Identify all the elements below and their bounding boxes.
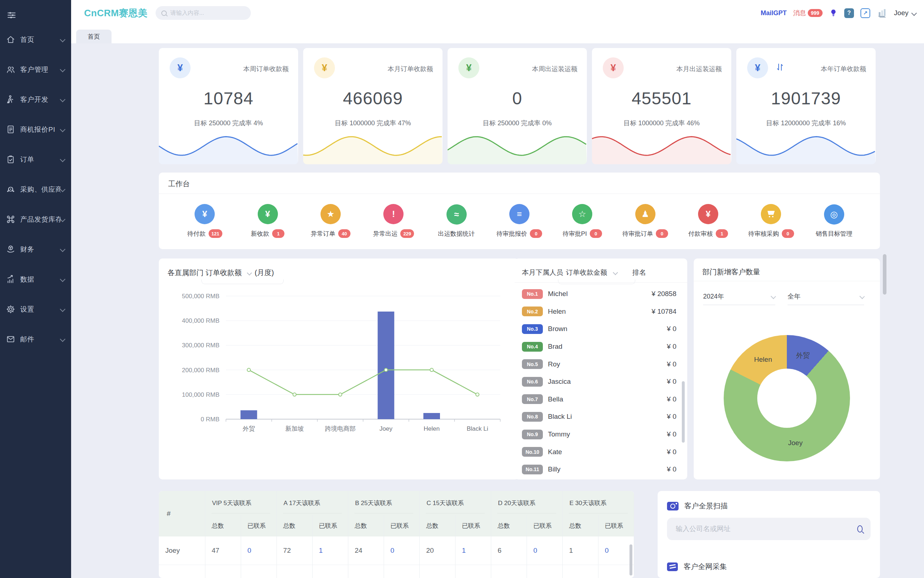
sparkline-wave <box>303 131 443 164</box>
chevron-down-icon <box>60 127 66 133</box>
scan-title: 客户全景扫描 <box>684 501 728 511</box>
chevron-down-icon <box>60 276 66 283</box>
cell-contacted-link[interactable]: 0 <box>391 547 394 554</box>
workbench-item-shipment-stats[interactable]: ≈ 出运数据统计 <box>433 205 480 238</box>
workbench-item-quotes-to-approve[interactable]: ≡ 待审批报价0 <box>496 204 543 238</box>
subheader-contacted: 已联系 <box>384 515 420 536</box>
chevron-down-icon <box>60 307 66 312</box>
workbench-item-abnormal-shipments[interactable]: ! 异常出运229 <box>370 204 417 238</box>
sidebar-item-mail[interactable]: 邮件 <box>0 324 71 354</box>
sidebar-item-customer-management[interactable]: 客户管理 <box>0 55 71 84</box>
hiker-icon <box>5 94 16 105</box>
rank-badge: No.6 <box>522 377 543 386</box>
app-logo[interactable]: CnCRM赛恩美 <box>84 7 148 19</box>
cell-contacted-link[interactable]: 1 <box>462 547 466 554</box>
group-header-vip: VIP 5天该联系 <box>205 491 277 515</box>
sidebar-item-product-shipping-inventory[interactable]: 产品发货库存 <box>0 205 71 234</box>
subheader-total: 总数 <box>277 515 312 536</box>
kpi-target: 目标 12000000 完成率 16% <box>736 119 875 127</box>
workbench-items: ¥ 待付款121 ¥ 新收款1 ★ 异常订单40 ! 异常出运229 ≈ 出运数… <box>173 198 866 244</box>
sidebar-item-label: 首页 <box>20 35 34 44</box>
mailgpt-link[interactable]: MailGPT <box>760 10 786 17</box>
sidebar-item-procurement-suppliers[interactable]: 采购、供应商 <box>0 174 71 205</box>
sidebar-item-quotation-pi[interactable]: 商机报价PI <box>0 114 71 144</box>
user-menu[interactable]: Joey <box>894 9 916 17</box>
crm-dashboard: 首页 客户管理 客户开发 商机报价PI 订单 采购、供应商 <box>0 0 924 578</box>
workbench-item-abnormal-orders[interactable]: ★ 异常订单40 <box>307 204 354 238</box>
sidebar-item-data[interactable]: 数据 <box>0 264 71 294</box>
donut-chart: 外贸 Joey Helen <box>724 335 850 461</box>
receipt-yen-icon: ¥ <box>195 204 215 224</box>
sidebar: 首页 客户管理 客户开发 商机报价PI 订单 采购、供应商 <box>0 0 71 578</box>
period-select[interactable]: 全年 <box>788 288 864 305</box>
company-search-box[interactable] <box>667 518 871 540</box>
messages-link[interactable]: 消息 999 <box>793 9 823 17</box>
workbench-panel: 工作台 ¥ 待付款121 ¥ 新收款1 ★ 异常订单40 ! 异常出运229 ≈… <box>159 172 880 249</box>
svg-text:Joey: Joey <box>379 425 392 432</box>
count-badge: 0 <box>656 229 668 238</box>
ranking-list: No.1Michel¥ 20858 No.2Helen¥ 10784 No.3B… <box>522 285 676 479</box>
slice-label: 外贸 <box>796 351 810 360</box>
scrollbar-thumb[interactable] <box>629 544 632 575</box>
user-name: Joey <box>894 9 908 17</box>
sidebar-collapse-button[interactable] <box>4 8 19 23</box>
table-row-partial <box>159 565 634 578</box>
sidebar-item-finance[interactable]: 财务 <box>0 234 71 264</box>
cell-total: 72 <box>277 536 312 565</box>
scrollbar-thumb[interactable] <box>682 381 685 443</box>
sidebar-item-label: 财务 <box>20 245 34 254</box>
messages-label: 消息 <box>793 9 806 17</box>
svg-text:500,000 RMB: 500,000 RMB <box>182 293 219 300</box>
collapsed-select[interactable] <box>558 279 635 284</box>
sparkline-wave <box>736 131 875 164</box>
cell-contacted-link[interactable]: 1 <box>319 547 323 554</box>
ranking-row: No.5Roy¥ 0 <box>522 355 676 373</box>
company-search-input[interactable] <box>675 524 857 533</box>
chevron-down-icon <box>911 10 917 16</box>
cell-contacted-link[interactable]: 0 <box>248 547 251 554</box>
workbench-item-new-receipts[interactable]: ¥ 新收款1 <box>244 204 291 238</box>
kpi-title: 本月出运装运额 <box>676 65 722 73</box>
tab-home[interactable]: 首页 <box>76 29 112 43</box>
sparkline-wave <box>447 131 587 164</box>
sidebar-item-customer-development[interactable]: 客户开发 <box>0 84 71 114</box>
sidebar-item-label: 客户管理 <box>20 65 49 75</box>
subheader-contacted: 已联系 <box>312 515 348 536</box>
workbench-item-purchase-review[interactable]: 待审核采购0 <box>747 204 794 238</box>
yen-circle-icon: ¥ <box>747 57 768 78</box>
3d-chart-icon[interactable] <box>877 8 888 18</box>
workbench-item-pi-to-approve[interactable]: ☆ 待审批PI0 <box>559 204 606 238</box>
kpi-target: 目标 250000 完成率 0% <box>447 119 587 127</box>
sidebar-item-label: 邮件 <box>20 334 34 344</box>
sidebar-item-home[interactable]: 首页 <box>0 24 71 55</box>
cell-contacted-link[interactable]: 0 <box>605 547 609 554</box>
global-search[interactable] <box>156 6 251 20</box>
workbench-item-pending-payment[interactable]: ¥ 待付款121 <box>181 204 228 238</box>
cell-total: 6 <box>491 536 527 565</box>
rank-badge: No.4 <box>522 342 543 352</box>
svg-text:跨境电商部: 跨境电商部 <box>325 425 355 432</box>
chevron-down-icon[interactable] <box>613 270 618 275</box>
open-in-new-icon[interactable]: ↗ <box>861 8 870 18</box>
cell-contacted-link[interactable]: 0 <box>533 547 537 554</box>
sidebar-item-settings[interactable]: 设置 <box>0 294 71 324</box>
cell-total: 24 <box>348 536 384 565</box>
ranking-row: No.1Michel¥ 20858 <box>522 285 676 303</box>
sidebar-item-orders[interactable]: 订单 <box>0 144 71 174</box>
workbench-item-payment-review[interactable]: ¥ 付款审核1 <box>685 204 732 238</box>
lightbulb-icon[interactable] <box>829 9 838 17</box>
search-icon[interactable] <box>857 525 862 533</box>
search-input[interactable] <box>170 10 232 16</box>
sidebar-nav: 首页 客户管理 客户开发 商机报价PI 订单 采购、供应商 <box>0 24 71 354</box>
kpi-title: 本周订单收款额 <box>243 65 289 73</box>
help-icon[interactable]: ? <box>844 8 854 18</box>
gear-icon <box>5 304 16 315</box>
year-select[interactable]: 2024年 <box>703 288 775 305</box>
workbench-item-sales-target-management[interactable]: ◎ 销售目标管理 <box>811 205 858 238</box>
workbench-item-orders-to-approve[interactable]: ♟ 待审批订单0 <box>622 204 669 238</box>
table-row: Joey 47 0 72 1 24 0 20 1 6 0 1 0 <box>159 536 634 565</box>
divider <box>159 193 880 194</box>
target-icon: ◎ <box>824 205 844 224</box>
rank-badge: No.2 <box>522 307 543 316</box>
page-scrollbar-thumb[interactable] <box>883 254 887 295</box>
